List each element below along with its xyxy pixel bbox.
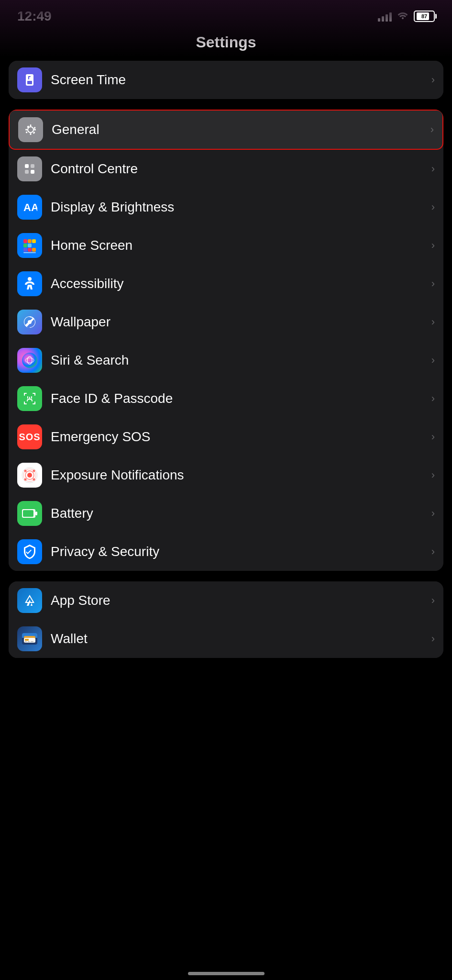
- wallet-icon: [17, 626, 42, 651]
- wifi-icon: [397, 10, 409, 22]
- settings-item-control-centre[interactable]: Control Centre ›: [9, 150, 443, 188]
- svg-rect-34: [29, 397, 30, 399]
- settings-item-app-store[interactable]: App Store ›: [9, 581, 443, 620]
- screen-time-label: Screen Time: [51, 72, 428, 88]
- settings-item-home-screen[interactable]: Home Screen ›: [9, 226, 443, 265]
- privacy-security-label: Privacy & Security: [51, 544, 428, 559]
- battery-icon: 87: [414, 11, 435, 22]
- settings-item-emergency-sos[interactable]: SOS Emergency SOS ›: [9, 418, 443, 456]
- control-centre-label: Control Centre: [51, 161, 428, 177]
- wallpaper-chevron: ›: [431, 316, 435, 328]
- face-id-icon: [17, 386, 42, 411]
- settings-item-battery[interactable]: Battery ›: [9, 494, 443, 533]
- wallpaper-icon: [17, 310, 42, 334]
- signal-bars-icon: [378, 11, 392, 22]
- svg-rect-9: [23, 239, 27, 243]
- svg-rect-1: [27, 81, 32, 84]
- exposure-notifications-label: Exposure Notifications: [51, 468, 428, 483]
- accessibility-chevron: ›: [431, 278, 435, 290]
- svg-text:AA: AA: [23, 201, 37, 213]
- svg-rect-13: [28, 244, 32, 247]
- settings-item-general[interactable]: General ›: [9, 110, 443, 150]
- accessibility-label: Accessibility: [51, 276, 428, 291]
- signal-bar-2: [382, 16, 384, 22]
- svg-rect-15: [23, 248, 27, 252]
- battery-label: Battery: [51, 506, 428, 521]
- svg-point-19: [28, 277, 32, 281]
- settings-item-exposure-notifications[interactable]: Exposure Notifications ›: [9, 456, 443, 494]
- siri-search-label: Siri & Search: [51, 353, 428, 368]
- svg-point-39: [24, 470, 27, 472]
- svg-rect-32: [27, 396, 28, 399]
- wallpaper-label: Wallpaper: [51, 314, 428, 330]
- settings-item-screen-time[interactable]: Screen Time ›: [9, 61, 443, 99]
- emergency-sos-label: Emergency SOS: [51, 429, 428, 445]
- status-time: 12:49: [17, 9, 52, 24]
- home-bar: [188, 972, 265, 975]
- svg-rect-31: [34, 401, 35, 404]
- display-brightness-icon: AA: [17, 195, 42, 220]
- status-icons: 87: [378, 10, 435, 22]
- home-indicator: [0, 965, 452, 980]
- page-title: Settings: [0, 33, 452, 51]
- wallet-chevron: ›: [431, 633, 435, 645]
- general-label: General: [52, 122, 427, 137]
- settings-section-1: Screen Time ›: [9, 61, 443, 99]
- settings-item-siri-search[interactable]: Siri & Search ›: [9, 341, 443, 379]
- face-id-label: Face ID & Passcode: [51, 391, 428, 406]
- settings-item-accessibility[interactable]: Accessibility ›: [9, 265, 443, 303]
- exposure-notifications-chevron: ›: [431, 469, 435, 481]
- svg-point-41: [24, 479, 27, 481]
- siri-icon: [17, 348, 42, 373]
- privacy-security-chevron: ›: [431, 546, 435, 558]
- app-store-label: App Store: [51, 593, 428, 608]
- svg-rect-11: [32, 239, 36, 243]
- svg-rect-54: [31, 641, 33, 642]
- svg-rect-6: [25, 170, 29, 174]
- svg-point-21: [22, 353, 37, 368]
- general-icon: [18, 117, 43, 142]
- svg-rect-5: [31, 164, 34, 168]
- sos-text: SOS: [19, 432, 40, 443]
- settings-item-display-brightness[interactable]: AA Display & Brightness ›: [9, 188, 443, 226]
- svg-rect-12: [23, 244, 27, 247]
- home-screen-chevron: ›: [431, 239, 435, 252]
- settings-item-wallpaper[interactable]: Wallpaper ›: [9, 303, 443, 341]
- status-bar: 12:49 87: [0, 0, 452, 29]
- home-screen-label: Home Screen: [51, 238, 428, 253]
- svg-rect-18: [23, 252, 36, 253]
- svg-point-36: [27, 473, 32, 478]
- home-screen-icon: [17, 233, 42, 258]
- svg-rect-4: [25, 164, 29, 168]
- control-centre-chevron: ›: [431, 163, 435, 175]
- battery-percent: 87: [415, 13, 434, 19]
- svg-point-40: [33, 470, 35, 472]
- wallet-label: Wallet: [51, 631, 428, 646]
- signal-bar-3: [386, 14, 388, 22]
- svg-rect-27: [34, 393, 35, 396]
- screen-time-icon: [17, 67, 42, 92]
- control-centre-icon: [17, 156, 42, 181]
- svg-rect-7: [31, 170, 34, 174]
- app-store-chevron: ›: [431, 594, 435, 607]
- settings-item-wallet[interactable]: Wallet ›: [9, 620, 443, 658]
- exposure-notifications-icon: [17, 463, 42, 488]
- signal-bar-4: [389, 12, 392, 22]
- emergency-sos-icon: SOS: [17, 424, 42, 449]
- siri-search-chevron: ›: [431, 354, 435, 367]
- settings-item-privacy-security[interactable]: Privacy & Security ›: [9, 533, 443, 571]
- svg-rect-33: [31, 396, 32, 399]
- svg-rect-16: [28, 248, 32, 252]
- display-brightness-label: Display & Brightness: [51, 200, 428, 215]
- svg-rect-52: [25, 641, 27, 642]
- settings-item-face-id[interactable]: Face ID & Passcode ›: [9, 379, 443, 418]
- svg-rect-29: [24, 401, 25, 404]
- svg-point-20: [28, 320, 32, 324]
- battery-settings-icon: [17, 501, 42, 526]
- svg-rect-14: [32, 244, 36, 247]
- accessibility-icon: [17, 271, 42, 296]
- app-store-icon: [17, 588, 42, 613]
- screen-time-chevron: ›: [431, 74, 435, 86]
- page-header: Settings: [0, 29, 452, 61]
- settings-section-3: App Store › Wallet ›: [9, 581, 443, 658]
